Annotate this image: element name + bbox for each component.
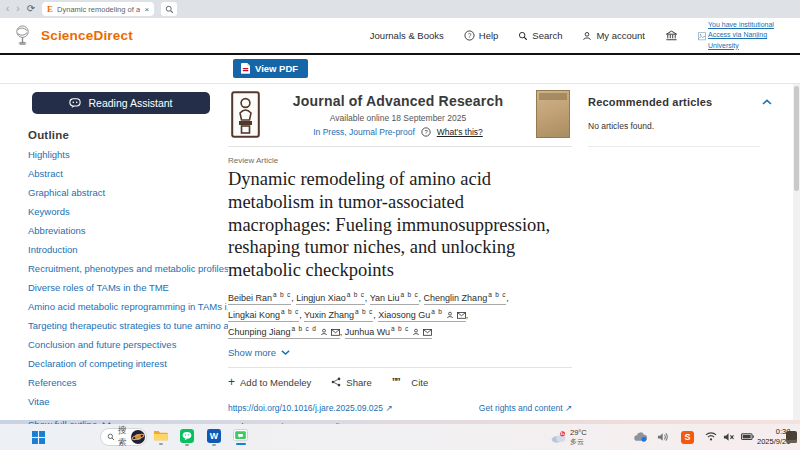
browser-back-button[interactable]: ‹	[6, 4, 9, 14]
divider	[228, 367, 572, 368]
chevron-down-icon	[281, 350, 290, 355]
tab-close-icon[interactable]: ×	[144, 5, 149, 14]
svg-text:?: ?	[467, 32, 471, 39]
outline-item-conclusion[interactable]: Conclusion and future perspectives	[0, 335, 228, 354]
outline-item-graphical-abstract[interactable]: Graphical abstract	[0, 183, 228, 202]
question-circle-icon: ?	[421, 127, 431, 137]
tray-audio-icon[interactable]	[657, 424, 668, 450]
article-type-label: Review Article	[228, 156, 572, 165]
taskbar-search-box[interactable]: 搜索	[100, 428, 147, 446]
browser-forward-button[interactable]: ›	[16, 4, 19, 14]
word-icon: W	[207, 429, 221, 443]
outline-item-declaration[interactable]: Declaration of competing interest	[0, 354, 228, 373]
nav-journals-books[interactable]: Journals & Books	[370, 30, 444, 41]
rights-content-link[interactable]: Get rights and content ↗	[479, 403, 572, 413]
folder-icon	[153, 429, 168, 441]
journal-title-link[interactable]: Journal of Advanced Research	[260, 93, 536, 109]
browser-tab[interactable]: E Dynamic remodeling of am ×	[42, 2, 154, 16]
author-profile-icon[interactable]	[412, 328, 420, 336]
journal-available-date: Available online 18 September 2025	[260, 113, 536, 123]
browser-reload-button[interactable]: ⟳	[27, 4, 35, 14]
outline-item-recruitment[interactable]: Recruitment, phenotypes and metabolic pr…	[0, 259, 228, 278]
chevron-up-icon[interactable]	[762, 99, 772, 105]
help-icon: ?	[464, 30, 475, 41]
article-toolbar: View PDF	[0, 55, 800, 84]
outline-heading: Outline	[28, 129, 228, 141]
author-email-icon[interactable]	[331, 329, 340, 336]
author-link[interactable]: Beibei Rana b c	[228, 293, 291, 305]
cite-button[interactable]: ”” Cite	[392, 377, 429, 388]
author-link[interactable]: Lingjun Xiaoa b c	[296, 293, 365, 305]
external-link-icon: ↗	[385, 403, 392, 413]
add-to-mendeley-button[interactable]: +Add to Mendeley	[228, 376, 311, 388]
journal-banner: Journal of Advanced Research Available o…	[228, 84, 572, 147]
author-link[interactable]: Xiaosong Gua b	[378, 310, 465, 322]
institutional-access-link[interactable]: You have institutional Access via Nanjin…	[698, 20, 790, 52]
author-link[interactable]: Yan Liua b c	[370, 293, 419, 305]
wifi-tray-icon[interactable]	[705, 424, 717, 450]
outline-item-abbreviations[interactable]: Abbreviations	[0, 221, 228, 240]
windows-taskbar: 搜索 W 9+ 29°C多云 S 0:382025/9/21	[0, 424, 800, 450]
word-taskbar-icon[interactable]: W	[207, 424, 221, 450]
broken-image-icon	[698, 21, 706, 52]
share-button[interactable]: Share	[331, 377, 371, 388]
screen-app-taskbar-icon[interactable]	[233, 424, 248, 450]
running-indicator	[212, 444, 216, 446]
share-icon	[331, 377, 341, 387]
sogou-input-tray-icon[interactable]: S	[681, 424, 694, 450]
file-explorer-taskbar-icon[interactable]	[153, 424, 168, 450]
author-link[interactable]: Lingkai Konga b c	[228, 310, 299, 322]
sciencedirect-logo[interactable]: ScienceDirect	[12, 24, 133, 47]
weather-widget[interactable]: 9+ 29°C多云	[551, 424, 587, 450]
weather-desc: 多云	[570, 437, 587, 446]
article-title: Dynamic remodeling of amino acid metabol…	[228, 168, 570, 282]
tray-misc-icon[interactable]	[786, 424, 797, 450]
outline-item-introduction[interactable]: Introduction	[0, 240, 228, 259]
outline-item-references[interactable]: References	[0, 373, 228, 392]
page-scrollbar[interactable]	[793, 84, 800, 420]
battery-tray-icon[interactable]	[741, 424, 754, 450]
active-window-indicator	[236, 443, 246, 445]
outline-item-diverse-roles[interactable]: Diverse roles of TAMs in the TME	[0, 278, 228, 297]
external-link-icon: ↗	[565, 403, 572, 413]
nav-help[interactable]: ? Help	[464, 30, 499, 41]
author-link[interactable]: Chunping Jianga b c d	[228, 327, 340, 339]
recommended-articles-heading: Recommended articles	[588, 96, 712, 108]
person-icon	[582, 31, 592, 41]
author-email-icon[interactable]	[457, 312, 466, 319]
article-main: Journal of Advanced Research Available o…	[228, 84, 572, 420]
scrollbar-thumb[interactable]	[794, 86, 799, 191]
outline-item-highlights[interactable]: Highlights	[0, 145, 228, 164]
no-articles-text: No articles found.	[588, 121, 800, 131]
author-email-icon[interactable]	[423, 329, 432, 336]
author-link[interactable]: Junhua Wua b c	[345, 327, 432, 339]
svg-text:W: W	[210, 431, 219, 441]
journal-cover-thumbnail[interactable]	[536, 90, 570, 138]
whats-this-link[interactable]: What's this?	[437, 127, 483, 137]
author-link[interactable]: Chenglin Zhanga b c	[424, 293, 507, 305]
outline-item-amino-acid[interactable]: Amino acid metabolic reprogramming in TA…	[0, 297, 228, 316]
author-profile-icon[interactable]	[446, 311, 454, 319]
doi-link[interactable]: https://doi.org/10.1016/j.jare.2025.09.0…	[228, 403, 393, 413]
reading-assistant-button[interactable]: Reading Assistant	[32, 92, 210, 114]
browser-search-button[interactable]	[161, 2, 177, 16]
start-button[interactable]	[32, 424, 45, 450]
author-link[interactable]: Yuxin Zhanga b c	[304, 310, 373, 322]
in-press-link[interactable]: In Press, Journal Pre-proof	[313, 127, 415, 137]
view-pdf-button[interactable]: View PDF	[233, 59, 308, 78]
svg-text:9+: 9+	[561, 432, 565, 436]
daily-image-planet-icon	[131, 430, 145, 444]
wechat-taskbar-icon[interactable]	[180, 424, 194, 450]
sciencedirect-favicon-icon: E	[47, 4, 53, 14]
outline-item-vitae[interactable]: Vitae	[0, 392, 228, 411]
outline-item-targeting[interactable]: Targeting therapeutic strategies to tune…	[0, 316, 228, 335]
volume-muted-tray-icon[interactable]	[723, 424, 735, 450]
outline-item-keywords[interactable]: Keywords	[0, 202, 228, 221]
institution-access-button[interactable]	[665, 30, 678, 41]
nav-my-account[interactable]: My account	[582, 30, 645, 41]
nav-search[interactable]: Search	[518, 30, 562, 41]
show-more-button[interactable]: Show more	[228, 347, 572, 358]
outline-item-abstract[interactable]: Abstract	[0, 164, 228, 183]
author-profile-icon[interactable]	[320, 328, 328, 336]
onedrive-tray-icon[interactable]	[634, 424, 650, 450]
